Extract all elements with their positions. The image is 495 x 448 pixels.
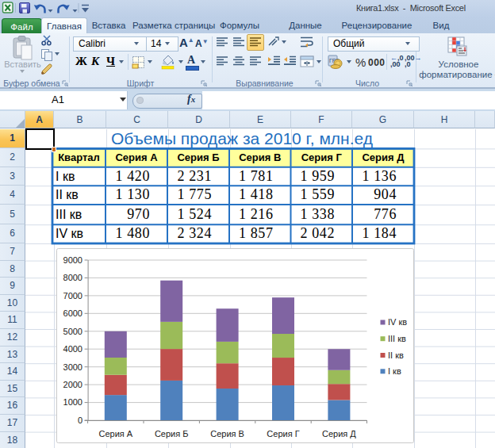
svg-text:5000: 5000 bbox=[63, 327, 82, 336]
svg-text:0: 0 bbox=[78, 415, 82, 425]
svg-text:II кв: II кв bbox=[388, 350, 404, 360]
svg-text:Серия Д: Серия Д bbox=[322, 429, 356, 438]
svg-text:3000: 3000 bbox=[63, 362, 82, 372]
svg-text:9000: 9000 bbox=[63, 255, 82, 265]
svg-text:III кв: III кв bbox=[388, 334, 406, 343]
svg-text:7000: 7000 bbox=[63, 291, 82, 301]
svg-text:1000: 1000 bbox=[63, 397, 82, 407]
svg-text:Серия Г: Серия Г bbox=[267, 429, 299, 438]
svg-text:Серия А: Серия А bbox=[98, 429, 132, 438]
svg-text:IV кв: IV кв bbox=[388, 317, 407, 327]
svg-text:Серия В: Серия В bbox=[210, 429, 244, 438]
svg-text:Серия Б: Серия Б bbox=[155, 429, 189, 438]
svg-text:6000: 6000 bbox=[63, 308, 82, 318]
svg-text:I кв: I кв bbox=[388, 366, 401, 376]
svg-text:2000: 2000 bbox=[63, 380, 82, 389]
svg-text:8000: 8000 bbox=[63, 273, 82, 282]
svg-text:4000: 4000 bbox=[63, 344, 82, 354]
